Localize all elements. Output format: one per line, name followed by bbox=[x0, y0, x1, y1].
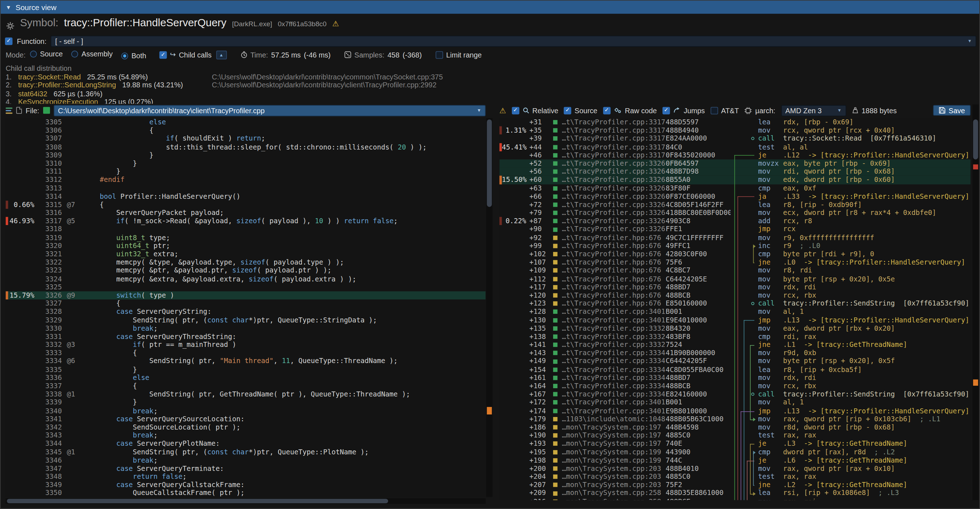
titlebar[interactable]: ▼ Source view bbox=[1, 1, 979, 14]
source-line-3330[interactable]: 3330 break; bbox=[6, 324, 486, 332]
source-line-3344[interactable]: 3344 case ServerQueryPlotName: bbox=[6, 440, 486, 448]
asm-source-location[interactable]: …t\TracyProfiler.cpp:3334 bbox=[562, 382, 665, 390]
asm-row-+195[interactable]: +195…mon\TracySystem.cpp:199443900cmpdwo… bbox=[500, 448, 970, 456]
source-line-3326[interactable]: 15.79%3326@9 switch( type ) bbox=[6, 291, 486, 299]
asm-source-location[interactable]: …t\TracyProfiler.cpp:3326 bbox=[562, 159, 665, 167]
source-line-3313[interactable]: 3313 bbox=[6, 184, 486, 192]
source-checkbox[interactable]: Source bbox=[564, 107, 597, 114]
limit-range-checkbox[interactable]: Limit range bbox=[436, 51, 482, 59]
asm-row-+31[interactable]: +31…t\TracyProfiler.cpp:3317488D5597lear… bbox=[500, 118, 970, 127]
asm-row-+44[interactable]: 45.41%+44…t\TracyProfiler.cpp:331784C0te… bbox=[500, 143, 970, 151]
asm-source-location[interactable]: …t\TracyProfiler.hpp:676 bbox=[562, 299, 665, 308]
asm-row-+102[interactable]: +102…t\TracyProfiler.hpp:67642803C0F00cm… bbox=[500, 250, 970, 258]
asm-row-+72[interactable]: +72…t\TracyProfiler.cpp:33264C8D05F146F2… bbox=[500, 200, 970, 209]
asm-source-location[interactable]: …t\TracyProfiler.hpp:676 bbox=[562, 267, 665, 275]
source-line-3319[interactable]: 3319 uint8_t type; bbox=[6, 234, 486, 242]
source-horizontal-scrollbar[interactable] bbox=[6, 498, 486, 504]
asm-row-+167[interactable]: +167…t\TracyProfiler.cpp:3334E824160000c… bbox=[500, 390, 970, 399]
child-call-function[interactable]: KeSynchronizeExecution bbox=[18, 98, 98, 104]
uarch-combo[interactable]: AMD Zen 3 ▼ bbox=[781, 105, 846, 116]
source-line-3345[interactable]: 3345@1 SendString( ptr, (const char*)ptr… bbox=[6, 448, 486, 456]
assembly-vertical-scrollbar[interactable] bbox=[972, 104, 978, 500]
source-line-3315[interactable]: 0.66%3315@7 { bbox=[6, 200, 486, 209]
source-line-3314[interactable]: 3314 bool Profiler::HandleServerQuery() bbox=[6, 192, 486, 200]
asm-row-+35[interactable]: 1.31%+35…t\TracyProfiler.cpp:3317488B494… bbox=[500, 127, 970, 135]
source-line-3324[interactable]: 3324 memcpy( &extra, &payload.extra, siz… bbox=[6, 275, 486, 283]
source-line-3335[interactable]: 3335 } bbox=[6, 366, 486, 374]
asm-row-+130[interactable]: +130…t\TracyProfiler.cpp:3401E9E4010000j… bbox=[500, 316, 970, 324]
asm-source-location[interactable]: …t\TracyProfiler.cpp:3326 bbox=[562, 225, 665, 234]
collapse-icon[interactable]: ▼ bbox=[6, 4, 11, 10]
asm-source-location[interactable]: …t\TracyProfiler.cpp:3401 bbox=[562, 407, 665, 415]
source-checkbox-box[interactable] bbox=[564, 107, 571, 114]
child-call-function[interactable]: tracy::Profiler::SendLongString bbox=[18, 81, 116, 89]
asm-source-location[interactable]: …t\TracyProfiler.hpp:676 bbox=[562, 291, 665, 299]
asm-row-+79[interactable]: +79…t\TracyProfiler.cpp:3326418B8C80E0BF… bbox=[500, 209, 970, 217]
asm-row-+204[interactable]: +204…mon\TracySystem.cpp:2034885C0testra… bbox=[500, 473, 970, 481]
asm-row-+200[interactable]: +200…mon\TracySystem.cpp:203488B4010movr… bbox=[500, 464, 970, 473]
asm-source-location[interactable]: …t\TracyProfiler.cpp:3401 bbox=[562, 316, 665, 324]
asm-row-+186[interactable]: +186…mon\TracySystem.cpp:197448B4598movr… bbox=[500, 423, 970, 431]
source-line-3337[interactable]: 3337 { bbox=[6, 382, 486, 390]
asm-source-location[interactable]: …mon\TracySystem.cpp:197 bbox=[562, 440, 665, 448]
asm-row-+141[interactable]: +141…t\TracyProfiler.cpp:33327524jne.L1 … bbox=[500, 341, 970, 349]
source-line-3343[interactable]: 3343 break; bbox=[6, 431, 486, 440]
save-button[interactable]: Save bbox=[933, 105, 970, 116]
att-checkbox[interactable]: AT&T bbox=[711, 107, 739, 114]
source-line-3349[interactable]: 3349 case ServerQueryCallstackFrame: bbox=[6, 481, 486, 489]
hot-line-marker[interactable] bbox=[973, 380, 978, 386]
asm-source-location[interactable]: …mon\TracySystem.cpp:203 bbox=[562, 473, 665, 481]
asm-source-location[interactable]: …t\TracyProfiler.cpp:3317 bbox=[562, 127, 665, 135]
asm-source-location[interactable]: …t\TracyProfiler.cpp:3326 bbox=[562, 209, 665, 217]
source-line-3334[interactable]: 3334@6 SendString( ptr, "Main thread", 1… bbox=[6, 357, 486, 366]
source-line-3339[interactable]: 3339 } bbox=[6, 398, 486, 407]
asm-row-+87[interactable]: 0.22%+87…t\TracyProfiler.cpp:33264903C8a… bbox=[500, 217, 970, 225]
source-line-3346[interactable]: 3346 break; bbox=[6, 456, 486, 464]
asm-source-location[interactable]: …t\TracyProfiler.hpp:676 bbox=[562, 250, 665, 258]
source-line-3328[interactable]: 3328 case ServerQueryString: bbox=[6, 308, 486, 316]
asm-source-location[interactable]: …mon\TracySystem.cpp:199 bbox=[562, 448, 665, 456]
asm-row-+52[interactable]: +52…t\TracyProfiler.cpp:33260FB64597movz… bbox=[500, 159, 970, 167]
asm-source-location[interactable]: …t\TracyProfiler.cpp:3326 bbox=[562, 200, 665, 209]
source-line-3311[interactable]: 3311 } bbox=[6, 167, 486, 176]
asm-row-+138[interactable]: +138…t\TracyProfiler.cpp:3332483BF8cmprd… bbox=[500, 332, 970, 341]
asm-row-+90[interactable]: +90…t\TracyProfiler.cpp:3326FFE1jmprcx bbox=[500, 225, 970, 234]
asm-source-location[interactable]: …mon\TracySystem.cpp:203 bbox=[562, 481, 665, 489]
asm-row-+209[interactable]: +209…mon\TracySystem.cpp:258488D35E88610… bbox=[500, 489, 970, 498]
source-vertical-scrollbar[interactable] bbox=[486, 118, 492, 497]
asm-source-location[interactable]: …mon\TracySystem.cpp:203 bbox=[562, 464, 665, 473]
asm-source-location[interactable]: …t\TracyProfiler.cpp:3326 bbox=[562, 184, 665, 192]
hot-line-marker[interactable] bbox=[487, 407, 492, 414]
asm-source-location[interactable]: …t\TracyProfiler.cpp:3332 bbox=[562, 324, 665, 332]
asm-source-location[interactable]: …t\TracyProfiler.cpp:3334 bbox=[562, 390, 665, 399]
asm-source-location[interactable]: …t\TracyProfiler.cpp:3317 bbox=[562, 118, 665, 127]
relative-checkbox[interactable]: Relative bbox=[512, 107, 558, 114]
asm-source-location[interactable]: …t\TracyProfiler.cpp:3334 bbox=[562, 374, 665, 382]
asm-row-+120[interactable]: +120…t\TracyProfiler.hpp:676488BCBmovrcx… bbox=[500, 291, 970, 299]
asm-row-+56[interactable]: +56…t\TracyProfiler.cpp:3326488B7D98movr… bbox=[500, 167, 970, 176]
asm-row-+164[interactable]: +164…t\TracyProfiler.cpp:3334488BCBmovrc… bbox=[500, 382, 970, 390]
asm-row-+63[interactable]: +63…t\TracyProfiler.cpp:332683F80Fcmpeax… bbox=[500, 184, 970, 192]
asm-row-+143[interactable]: +143…t\TracyProfiler.cpp:333441B90B00000… bbox=[500, 349, 970, 357]
child-call-item[interactable]: 2.tracy::Profiler::SendLongString19.88 m… bbox=[6, 81, 756, 89]
source-line-3329[interactable]: 3329 SendString( ptr, (const char*)ptr, … bbox=[6, 316, 486, 324]
source-line-3341[interactable]: 3341 case ServerQuerySourceLocation: bbox=[6, 415, 486, 423]
asm-source-location[interactable]: …t\TracyProfiler.cpp:3334 bbox=[562, 349, 665, 357]
source-line-3325[interactable]: 3325 bbox=[6, 283, 486, 291]
asm-row-+161[interactable]: +161…t\TracyProfiler.cpp:3334488BD7movrd… bbox=[500, 374, 970, 382]
file-combo[interactable]: C:\Users\wolf\Desktop\darkrl\contrib\tra… bbox=[54, 105, 485, 116]
source-line-3340[interactable]: 3340 break; bbox=[6, 407, 486, 415]
child-call-function[interactable]: tracy::Socket::Read bbox=[18, 73, 81, 81]
asm-source-location[interactable]: …t\TracyProfiler.hpp:676 bbox=[562, 242, 665, 250]
asm-row-+154[interactable]: +154…t\TracyProfiler.cpp:33344C8D055FBA0… bbox=[500, 366, 970, 374]
asm-row-+207[interactable]: +207…mon\TracySystem.cpp:20375F2jne.L2 -… bbox=[500, 481, 970, 489]
asm-source-location[interactable]: …t\TracyProfiler.cpp:3332 bbox=[562, 332, 665, 341]
child-calls-checkbox[interactable]: ↪ Child calls bbox=[159, 51, 211, 59]
asm-row-+117[interactable]: +117…t\TracyProfiler.hpp:676488BD7movrdx… bbox=[500, 283, 970, 291]
asm-source-location[interactable]: …t\TracyProfiler.cpp:3401 bbox=[562, 398, 665, 407]
source-line-3323[interactable]: 3323 memcpy( &ptr, &payload.ptr, sizeof(… bbox=[6, 267, 486, 275]
source-line-3342[interactable]: 3342 SendSourceLocation( ptr ); bbox=[6, 423, 486, 431]
asm-source-location[interactable]: …mon\TracySystem.cpp:258 bbox=[562, 489, 665, 498]
asm-row-+198[interactable]: +198…mon\TracySystem.cpp:199744Cje.L6 ->… bbox=[500, 456, 970, 464]
source-line-3322[interactable]: 3322 memcpy( &type, &payload.type, sizeo… bbox=[6, 258, 486, 267]
